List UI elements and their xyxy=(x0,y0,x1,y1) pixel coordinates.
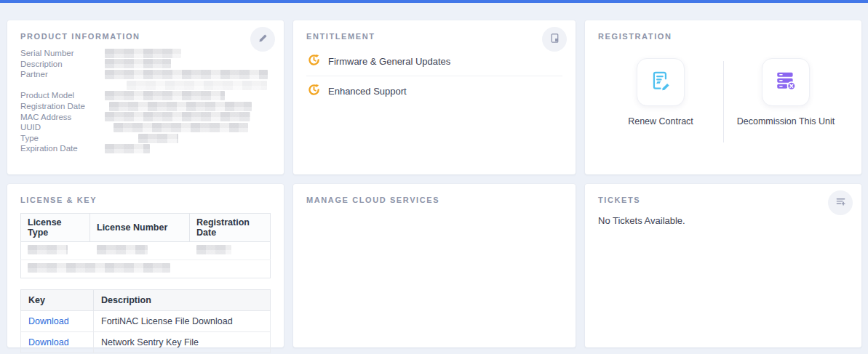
license-table: License Type License Number Registration… xyxy=(20,213,271,278)
field-label: Registration Date xyxy=(20,101,105,112)
server-remove-icon xyxy=(774,69,797,95)
document-edit-icon xyxy=(649,69,672,95)
entitlement-panel: ENTITLEMENT Firmware & General Update xyxy=(293,20,576,174)
key-table-header: Key xyxy=(21,290,94,311)
key-table-header: Description xyxy=(94,290,271,311)
no-tickets-message: No Tickets Available. xyxy=(598,215,848,226)
field-value-redacted xyxy=(109,102,252,111)
license-table-header: License Number xyxy=(90,214,190,242)
edit-product-button[interactable] xyxy=(250,27,275,52)
renew-contract-icon-tile xyxy=(637,58,685,106)
product-fields: Serial Number Description Partner Produc… xyxy=(20,48,271,154)
field-label: MAC Address xyxy=(20,112,105,123)
field-value-redacted xyxy=(138,134,178,143)
key-description: Network Sentry Key File xyxy=(94,332,271,353)
decommission-label: Decommission This Unit xyxy=(737,116,835,126)
table-row xyxy=(21,260,271,278)
pencil-icon xyxy=(258,33,268,46)
panel-title: ENTITLEMENT xyxy=(306,32,562,41)
field-label: Type xyxy=(20,133,105,144)
entitlement-item[interactable]: Firmware & General Updates xyxy=(306,47,562,76)
manage-cloud-services-panel: MANAGE CLOUD SERVICES xyxy=(293,184,576,347)
field-value-redacted xyxy=(105,91,225,100)
key-table: Key Description Download FortiNAC Licens… xyxy=(20,289,271,353)
field-value-redacted xyxy=(105,59,171,68)
field-value-redacted xyxy=(105,49,181,58)
entitlement-detail-button[interactable] xyxy=(542,27,567,52)
table-row: Download FortiNAC License File Download xyxy=(21,311,271,332)
renew-contract-label: Renew Contract xyxy=(628,116,693,126)
tickets-panel: TICKETS No Tickets Available. xyxy=(585,184,861,347)
renew-contract-tile[interactable]: Renew Contract xyxy=(598,58,723,126)
vertical-divider xyxy=(723,61,724,142)
contract-icon xyxy=(549,33,560,46)
field-value-redacted xyxy=(105,70,268,79)
entitlement-item-label: Enhanced Support xyxy=(328,86,407,97)
field-value-redacted xyxy=(114,123,248,132)
panel-title: TICKETS xyxy=(598,196,848,204)
cell-redacted xyxy=(196,245,231,254)
field-label: Description xyxy=(20,59,105,70)
license-table-header: Registration Date xyxy=(190,214,271,242)
panel-title: REGISTRATION xyxy=(598,32,848,41)
field-label: Serial Number xyxy=(20,48,105,59)
add-ticket-button[interactable] xyxy=(828,190,853,215)
panel-title: LICENSE & KEY xyxy=(20,196,271,204)
clock-icon xyxy=(308,54,320,68)
top-accent-bar xyxy=(0,0,868,3)
license-table-header: License Type xyxy=(21,214,90,242)
table-row: Download Network Sentry Key File xyxy=(21,332,271,353)
panel-title: MANAGE CLOUD SERVICES xyxy=(306,196,562,204)
cell-redacted xyxy=(97,245,148,254)
download-link[interactable]: Download xyxy=(28,316,69,326)
cell-redacted xyxy=(28,263,170,273)
decommission-tile[interactable]: Decommission This Unit xyxy=(723,58,848,126)
table-row xyxy=(21,242,271,260)
field-value-redacted xyxy=(105,144,150,153)
field-value-redacted xyxy=(105,112,250,121)
cell-redacted xyxy=(28,245,68,254)
product-information-panel: PRODUCT INFORMATION Serial Number Descri… xyxy=(7,20,284,174)
field-label: Partner xyxy=(20,69,105,80)
field-label: UUID xyxy=(20,122,105,133)
list-add-icon xyxy=(835,196,846,209)
entitlement-item-label: Firmware & General Updates xyxy=(328,56,450,67)
field-label: Expiration Date xyxy=(20,143,105,154)
clock-icon xyxy=(308,84,320,98)
key-description: FortiNAC License File Download xyxy=(94,311,271,332)
download-link[interactable]: Download xyxy=(28,337,69,347)
entitlement-item[interactable]: Enhanced Support xyxy=(306,76,562,105)
panel-title: PRODUCT INFORMATION xyxy=(20,32,271,41)
license-key-panel: LICENSE & KEY License Type License Numbe… xyxy=(7,184,284,347)
entitlement-list: Firmware & General Updates Enhanced Supp… xyxy=(306,47,562,105)
field-label: Product Model xyxy=(20,90,105,101)
registration-panel: REGISTRATION Renew Contract xyxy=(585,20,861,174)
field-value-redacted xyxy=(127,81,267,90)
dashboard-grid: PRODUCT INFORMATION Serial Number Descri… xyxy=(7,20,861,347)
decommission-icon-tile xyxy=(762,58,810,106)
